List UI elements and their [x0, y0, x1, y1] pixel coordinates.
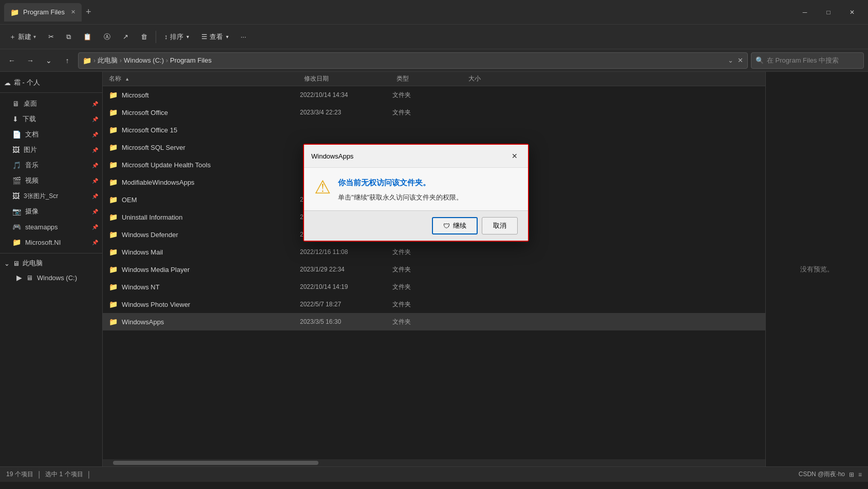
status-right: CSDN @雨夜·ho ⊞ ≡: [799, 470, 862, 479]
col-date-header[interactable]: 修改日期: [304, 74, 397, 83]
breadcrumb-current[interactable]: Program Files: [170, 56, 212, 64]
breadcrumb-thispc[interactable]: 此电脑: [98, 56, 118, 65]
toolbar-separator: [156, 31, 156, 43]
plus-icon: ＋: [9, 32, 16, 42]
sidebar-item-microsoftni[interactable]: 📁 Microsoft.NI 📌: [0, 234, 102, 250]
col-type-header[interactable]: 类型: [397, 74, 468, 83]
tab-area: 📁 Program Files ✕ +: [4, 3, 793, 22]
screenshots-pin-icon: 📌: [92, 193, 98, 199]
access-denied-dialog: WindowsApps ✕ ⚠ 你当前无权访问该文件夹。 单击"继续"获取永久访…: [303, 144, 529, 242]
sort-button[interactable]: ↕ 排序: [159, 28, 194, 46]
view-grid-icon[interactable]: ⊞: [849, 471, 854, 478]
active-tab[interactable]: 📁 Program Files ✕: [4, 3, 82, 22]
sidebar-item-camera[interactable]: 📷 摄像 📌: [0, 204, 102, 219]
sidebar-item-downloads[interactable]: ⬇ 下载 📌: [0, 111, 102, 127]
microsoftni-label: Microsoft.NI: [25, 239, 61, 246]
close-button[interactable]: ✕: [840, 4, 864, 21]
sidebar-item-videos[interactable]: 🎬 视频 📌: [0, 173, 102, 188]
table-row[interactable]: 📁WindowsApps 2023/3/5 16:30 文件夹: [103, 313, 765, 330]
sort-icon: ↕: [164, 33, 168, 41]
sidebar-item-docs[interactable]: 📄 文档 📌: [0, 127, 102, 142]
dialog-footer: 🛡 继续 取消: [304, 210, 528, 241]
camera-pin-icon: 📌: [92, 209, 98, 214]
back-button[interactable]: ←: [4, 53, 20, 68]
dialog-close-button[interactable]: ✕: [508, 150, 521, 162]
table-row[interactable]: 📁Microsoft Office 2023/3/4 22:23 文件夹: [103, 104, 765, 121]
copy-button[interactable]: ⧉: [61, 28, 76, 46]
cloud-icon: ☁: [4, 79, 11, 87]
sidebar-item-screenshots[interactable]: 🖼 3张图片_Scr 📌: [0, 188, 102, 204]
table-row[interactable]: 📁Microsoft 2022/10/14 14:34 文件夹: [103, 86, 765, 104]
folder-icon: 📁: [109, 178, 118, 186]
up-button[interactable]: ↑: [60, 53, 75, 68]
dialog-title-label: WindowsApps: [311, 152, 353, 160]
share-button[interactable]: ↗: [118, 28, 134, 46]
folder-icon: 📁: [109, 213, 118, 221]
pictures-label: 图片: [24, 145, 37, 154]
sidebar-cloud-section[interactable]: ☁ 霜 - 个人: [0, 76, 102, 89]
breadcrumb-drive[interactable]: Windows (C:): [124, 56, 164, 64]
col-name-header[interactable]: 名称 ▲: [109, 74, 304, 83]
table-row[interactable]: 📁Windows NT 2022/10/14 14:19 文件夹: [103, 278, 765, 296]
view-icon: ☰: [201, 33, 207, 41]
horizontal-scrollbar[interactable]: [103, 459, 765, 466]
breadcrumb-sep-3: ›: [166, 57, 168, 64]
drive-expand-icon: ▶: [16, 273, 22, 282]
breadcrumb-sep-1: ›: [93, 57, 96, 64]
docs-label: 文档: [25, 130, 39, 139]
delete-icon: 🗑: [141, 33, 147, 41]
view-list-icon[interactable]: ≡: [858, 471, 862, 478]
sidebar-item-music[interactable]: 🎵 音乐 📌: [0, 158, 102, 173]
minimize-button[interactable]: ─: [793, 4, 817, 21]
dialog-main-text: 你当前无权访问该文件夹。: [338, 178, 463, 188]
desktop-icon: 🖥: [12, 100, 20, 108]
path-folder-icon: 📁: [83, 56, 91, 65]
address-dropdown-icon[interactable]: ⌄: [728, 56, 733, 64]
address-clear-icon[interactable]: ✕: [738, 56, 743, 64]
sidebar-item-steamapps[interactable]: 🎮 steamapps 📌: [0, 219, 102, 234]
cut-button[interactable]: ✂: [43, 28, 59, 46]
sidebar-item-pictures[interactable]: 🖼 图片 📌: [0, 142, 102, 158]
new-tab-button[interactable]: +: [82, 7, 96, 17]
table-row[interactable]: 📁Windows Mail 2022/12/16 11:08 文件夹: [103, 243, 765, 261]
status-sep: │: [37, 471, 42, 478]
docs-icon: 📄: [12, 130, 21, 139]
folder-icon: 📁: [109, 126, 118, 134]
new-button[interactable]: ＋ 新建 ▾: [4, 28, 41, 46]
sidebar-item-windows-c[interactable]: ▶ 🖥 Windows (C:): [0, 270, 102, 285]
table-row[interactable]: 📁Windows Photo Viewer 2022/5/7 18:27 文件夹: [103, 296, 765, 313]
continue-button[interactable]: 🛡 继续: [432, 217, 478, 234]
col-size-header[interactable]: 大小: [468, 74, 520, 83]
table-row[interactable]: 📁Windows Media Player 2023/1/29 22:34 文件…: [103, 261, 765, 278]
address-path[interactable]: 📁 › 此电脑 › Windows (C:) › Program Files ⌄…: [78, 52, 748, 69]
continue-label: 继续: [453, 221, 466, 230]
folder-icon: 📁: [109, 91, 118, 99]
more-button[interactable]: ···: [236, 28, 252, 46]
forward-button[interactable]: →: [23, 53, 38, 68]
sidebar-thispc-section[interactable]: ⌄ 🖥 此电脑: [0, 257, 102, 270]
cancel-button[interactable]: 取消: [482, 217, 518, 234]
scrollbar-thumb[interactable]: [113, 461, 318, 465]
folder-icon: 📁: [109, 283, 118, 291]
shield-icon: 🛡: [443, 222, 450, 230]
main-layout: ☁ 霜 - 个人 🖥 桌面 📌 ⬇ 下载 📌 📄 文档 📌 🖼 图片 📌 🎵 音…: [0, 72, 868, 466]
steamapps-icon: 🎮: [12, 223, 21, 231]
search-box[interactable]: 🔍 在 Program Files 中搜索: [751, 52, 864, 69]
sidebar-sep-2: [0, 253, 102, 253]
screenshots-icon: 🖼: [12, 192, 20, 200]
thispc-icon: 🖥: [13, 260, 20, 267]
folder-icon: 📁: [109, 318, 118, 326]
paste-button[interactable]: 📋: [78, 28, 97, 46]
delete-button[interactable]: 🗑: [136, 28, 153, 46]
expand-button[interactable]: ⌄: [41, 53, 56, 68]
table-row[interactable]: 📁Microsoft Office 15: [103, 121, 765, 139]
more-icon: ···: [241, 33, 247, 41]
view-button[interactable]: ☰ 查看: [196, 28, 234, 46]
cut-icon: ✂: [48, 33, 54, 41]
rename-button[interactable]: Ⓐ: [99, 28, 116, 46]
view-label: 查看: [210, 32, 223, 42]
folder-icon: 📁: [109, 143, 118, 151]
sidebar-item-desktop[interactable]: 🖥 桌面 📌: [0, 96, 102, 111]
tab-close-btn[interactable]: ✕: [71, 9, 76, 15]
maximize-button[interactable]: □: [817, 4, 840, 21]
